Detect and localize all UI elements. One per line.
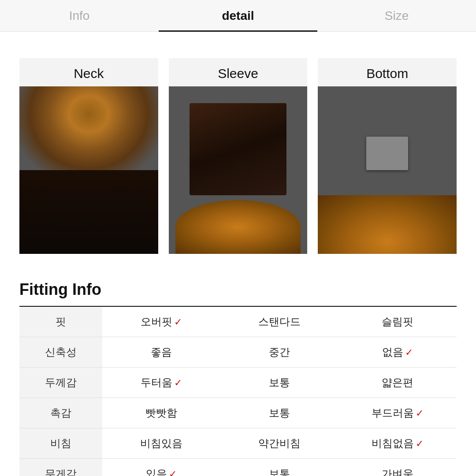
row-header: 핏: [19, 306, 102, 337]
bottom-image: [318, 86, 457, 254]
table-cell: 보통: [220, 398, 338, 428]
check-icon: ✓: [405, 347, 413, 358]
table-cell: 얇은편: [338, 368, 457, 398]
table-cell: 있음✓: [102, 459, 220, 476]
main-content: Neck Sleeve Bottom Fitting Info 핏오버핏✓스탠다…: [0, 32, 476, 476]
table-cell: 스탠다드: [220, 306, 338, 337]
table-cell: 좋음: [102, 337, 220, 368]
bottom-label: Bottom: [318, 58, 457, 86]
table-cell: 두터움✓: [102, 368, 220, 398]
neck-image: [19, 86, 158, 254]
table-cell: 비침없음✓: [338, 428, 457, 459]
tab-detail[interactable]: detail: [159, 0, 317, 32]
row-header: 비침: [19, 428, 102, 459]
table-cell: 약간비침: [220, 428, 338, 459]
table-cell: 보통: [220, 459, 338, 476]
bottom-card: Bottom: [318, 58, 457, 254]
sleeve-image: [169, 86, 308, 254]
neck-card: Neck: [19, 58, 158, 254]
tab-bar: Info detail Size: [0, 0, 476, 32]
table-cell: 빳빳함: [102, 398, 220, 428]
check-icon: ✓: [416, 438, 424, 449]
tab-size[interactable]: Size: [317, 0, 476, 32]
table-cell: 가벼움: [338, 459, 457, 476]
check-icon: ✓: [174, 316, 182, 327]
table-cell: 없음✓: [338, 337, 457, 368]
check-icon: ✓: [169, 469, 177, 476]
row-header: 신축성: [19, 337, 102, 368]
table-cell: 슬림핏: [338, 306, 457, 337]
table-cell: 비침있음: [102, 428, 220, 459]
image-cards-row: Neck Sleeve Bottom: [19, 58, 457, 254]
check-icon: ✓: [174, 377, 182, 388]
table-cell: 오버핏✓: [102, 306, 220, 337]
table-cell: 보통: [220, 368, 338, 398]
fitting-info-title: Fitting Info: [19, 280, 457, 299]
sleeve-label: Sleeve: [169, 58, 308, 86]
row-header: 촉감: [19, 398, 102, 428]
check-icon: ✓: [416, 408, 424, 419]
table-cell: 중간: [220, 337, 338, 368]
table-cell: 부드러움✓: [338, 398, 457, 428]
tab-info[interactable]: Info: [0, 0, 159, 32]
row-header: 두께감: [19, 368, 102, 398]
sleeve-card: Sleeve: [169, 58, 308, 254]
row-header: 무게감: [19, 459, 102, 476]
neck-label: Neck: [19, 58, 158, 86]
fitting-table: 핏오버핏✓스탠다드슬림핏신축성좋음중간없음✓두께감두터움✓보통얇은편촉감빳빳함보…: [19, 306, 457, 476]
